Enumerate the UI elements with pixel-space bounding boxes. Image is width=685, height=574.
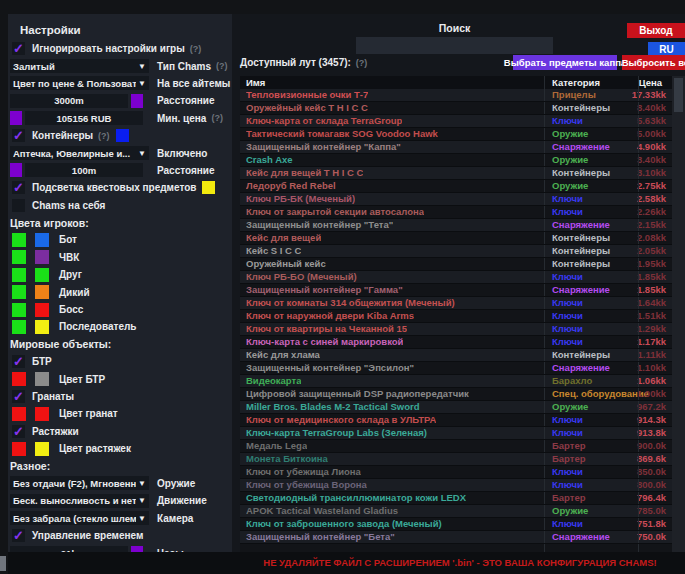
color-swatch[interactable] xyxy=(12,285,26,299)
table-row[interactable]: Ключ РБ-БК (Меченый)Ключи2.58kk xyxy=(240,193,672,206)
dropdown[interactable]: Цвет по цене & Пользователь▼ xyxy=(10,76,149,90)
color-swatch[interactable] xyxy=(12,233,26,247)
table-row[interactable]: Ключ-карта TerraGroup Labs (Зеленая)Ключ… xyxy=(240,427,672,440)
column-header-category: Категория xyxy=(552,76,600,89)
table-row[interactable]: Светодиодный трансиллюминатор кожи LEDXБ… xyxy=(240,492,672,505)
dropdown[interactable]: Беск. выносливость и нет уста:▼ xyxy=(10,494,149,508)
table-row[interactable]: Ключ от комнаты 314 общежития (Меченый)К… xyxy=(240,297,672,310)
table-row[interactable]: Тепловизионные очки Т-7Прицелы17.33kk xyxy=(240,89,672,102)
color-swatch[interactable] xyxy=(131,94,143,108)
table-row[interactable]: Ключ от закрытой секции автосалонаКлючи2… xyxy=(240,206,672,219)
checkbox[interactable]: ✓ xyxy=(12,181,25,194)
item-name: Ключ-карта с синей маркировкой xyxy=(246,336,403,348)
control-zone: Беск. выносливость и нет уста:▼ xyxy=(10,494,150,508)
dropdown[interactable]: Аптечка, Ювелирные и...▼ xyxy=(10,146,149,160)
color-swatch[interactable] xyxy=(35,320,49,334)
color-swatch[interactable] xyxy=(35,303,49,317)
color-swatch[interactable] xyxy=(12,372,26,386)
checkbox[interactable]: ✓ xyxy=(12,42,25,55)
table-row[interactable]: Защищенный контейнер "Гамма"Снаряжение1.… xyxy=(240,284,672,297)
table-row[interactable]: Ключ от убежища ВоронаКлючи800.0k xyxy=(240,479,672,492)
table-row[interactable]: Оружейный кейс T H I C CКонтейнеры8.40kk xyxy=(240,102,672,115)
value-input[interactable]: 100m xyxy=(25,163,143,177)
color-swatch[interactable] xyxy=(12,407,26,421)
checkbox[interactable] xyxy=(12,199,25,212)
settings-row: ✓Контейнеры(?) xyxy=(8,127,232,144)
color-swatch[interactable] xyxy=(10,111,22,125)
table-body: Тепловизионные очки Т-7Прицелы17.33kkОру… xyxy=(240,89,672,552)
item-category: Контейнеры xyxy=(552,258,610,270)
table-row[interactable]: Ключ-карта с синей маркировкойКлючи1.17k… xyxy=(240,336,672,349)
table-row[interactable]: Ледоруб Red RebelОружие2.75kk xyxy=(240,180,672,193)
table-row[interactable]: Miller Bros. Blades M-2 Tactical SwordОр… xyxy=(240,401,672,414)
search-input[interactable] xyxy=(356,37,553,54)
color-swatch[interactable] xyxy=(116,129,129,142)
table-row[interactable]: Ключ от убежища ЛионаКлючи850.0k xyxy=(240,466,672,479)
table-row[interactable]: Кейс для хламаКонтейнеры1.11kk xyxy=(240,349,672,362)
color-swatch[interactable] xyxy=(10,163,22,177)
color-swatch[interactable] xyxy=(35,250,49,264)
table-row[interactable]: Защищенный контейнер "Эпсилон"Снаряжение… xyxy=(240,362,672,375)
dropdown[interactable]: Без отдачи (F2), Мгновенное п▼ xyxy=(10,476,149,490)
table-row[interactable]: Цифровой защищенный DSP радиопередатчикС… xyxy=(240,388,672,401)
dropdown[interactable]: Залитый▼ xyxy=(10,59,149,73)
discard-all-button[interactable]: Выбросить все xyxy=(622,55,685,70)
table-row[interactable]: Ключ РБ-БО (Меченый)Ключи1.85kk xyxy=(240,271,672,284)
table-row[interactable]: Защищенный контейнер "Каппа"Снаряжение4.… xyxy=(240,141,672,154)
value-input[interactable]: 105156 RUB xyxy=(25,111,143,125)
select-kappa-items-button[interactable]: Выбрать предметы каппа xyxy=(513,55,617,70)
table-row[interactable]: Ключ от наружной двери Kiba ArmsКлючи1.5… xyxy=(240,310,672,323)
settings-row: Цвет растяжек xyxy=(8,440,232,457)
table-row[interactable]: Медаль LegaБартер900.0k xyxy=(240,440,672,453)
table-row[interactable]: APOK Tactical Wasteland GladiusОружие785… xyxy=(240,505,672,518)
table-row[interactable]: Ключ от квартиры на Чеканной 15Ключи1.29… xyxy=(240,323,672,336)
help-hint: (?) xyxy=(98,131,110,141)
color-swatch[interactable] xyxy=(12,250,26,264)
chevron-down-icon: ▼ xyxy=(138,79,146,88)
dropdown[interactable]: Без забрала (стекло шлема)▼ xyxy=(10,511,149,525)
checkbox[interactable]: ✓ xyxy=(12,529,25,542)
color-swatch[interactable] xyxy=(35,233,49,247)
item-category: Ключи xyxy=(552,115,583,127)
exit-button[interactable]: Выход xyxy=(627,23,685,38)
color-swatch[interactable] xyxy=(35,285,49,299)
checkbox[interactable]: ✓ xyxy=(12,390,25,403)
color-swatch[interactable] xyxy=(35,407,49,421)
color-swatch[interactable] xyxy=(12,303,26,317)
table-row[interactable]: ВидеокартаБарахло1.06kk xyxy=(240,375,672,388)
color-swatch[interactable] xyxy=(12,442,26,456)
settings-row: Цвета игроков: xyxy=(8,214,232,231)
checkbox-label: Управление временем xyxy=(32,530,143,541)
color-swatch[interactable] xyxy=(12,268,26,282)
table-row[interactable]: Оружейный кейсКонтейнеры1.95kk xyxy=(240,258,672,271)
item-price: 3.10kk xyxy=(637,167,666,179)
checkbox-label: Подсветка квестовых предметов xyxy=(32,182,196,193)
item-category: Ключи xyxy=(552,323,583,335)
item-name: Кейс для хлама xyxy=(246,349,320,361)
color-swatch[interactable] xyxy=(35,372,49,386)
table-row[interactable]: Crash AxeОружие3.40kk xyxy=(240,154,672,167)
table-row[interactable]: Тактический томагавк SOG Voodoo HawkОруж… xyxy=(240,128,672,141)
checkbox[interactable]: ✓ xyxy=(12,425,25,438)
table-row[interactable]: Монета БиткоинаБартер869.6k xyxy=(240,453,672,466)
value-input[interactable]: 3000m xyxy=(10,94,128,108)
table-row[interactable]: Кейс для вещейКонтейнеры2.08kk xyxy=(240,232,672,245)
table-row[interactable]: Ключ от медицинского склада в УЛЬТРАКлюч… xyxy=(240,414,672,427)
table-row[interactable]: Ключ-карта от склада TerraGroupКлючи5.63… xyxy=(240,115,672,128)
color-swatch[interactable] xyxy=(35,442,49,456)
table-scrollbar[interactable] xyxy=(672,76,685,552)
color-swatch[interactable] xyxy=(12,320,26,334)
table-row[interactable]: Защищенный контейнер "Бета"Снаряжение750… xyxy=(240,531,672,544)
table-row[interactable]: Ключ от заброшенного завода (Меченый)Клю… xyxy=(240,518,672,531)
checkbox[interactable]: ✓ xyxy=(12,129,25,142)
scrollbar-thumb[interactable] xyxy=(674,78,683,112)
table-row[interactable]: Кейс для вещей T H I C CКонтейнеры3.10kk xyxy=(240,167,672,180)
table-row[interactable] xyxy=(240,544,672,552)
table-row[interactable]: Защищенный контейнер "Тета"Снаряжение2.1… xyxy=(240,219,672,232)
item-category: Ключи xyxy=(552,271,583,283)
color-swatch[interactable] xyxy=(35,268,49,282)
table-row[interactable]: Кейс S I C CКонтейнеры2.05kk xyxy=(240,245,672,258)
window-edge-handle[interactable] xyxy=(0,556,6,571)
checkbox[interactable]: ✓ xyxy=(12,355,25,368)
color-swatch[interactable] xyxy=(202,181,215,194)
